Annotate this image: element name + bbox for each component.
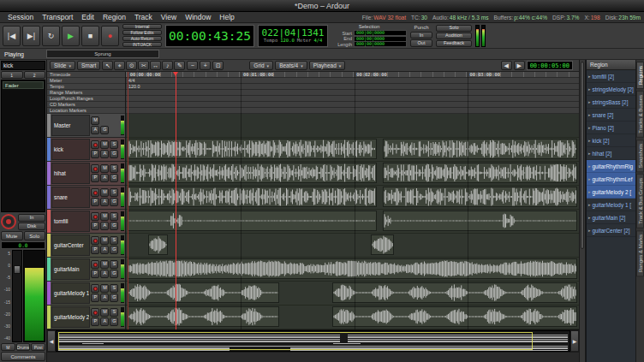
track-name-button[interactable]: snare [51,187,90,208]
region-list-item[interactable]: ▸guitarMain [2] [587,211,635,224]
shuttle-control[interactable]: Sprung [46,50,159,58]
audio-region[interactable] [383,211,577,231]
audio-region[interactable] [128,258,577,279]
automation-button[interactable]: A [100,246,109,254]
ruler-canvas[interactable]: 00:00:00:0000:01:00:0000:02:00:0000:03:0… [126,72,579,114]
playlist-button[interactable]: P [91,174,99,182]
track-lane-guitarmain[interactable] [126,258,579,282]
feedback-button[interactable]: Feedback [436,40,472,47]
side-tab-snapshots[interactable]: Snapshots [636,139,644,172]
ruler-row-loop-punch-ranges[interactable] [126,96,579,102]
group-button[interactable]: G [110,222,118,230]
mute-button[interactable]: M [100,260,109,269]
track-canvas[interactable]: 00:00:00:0000:01:00:0000:02:00:0000:03:0… [126,72,579,329]
loop-button[interactable]: ↻ [42,26,60,46]
audio-region[interactable] [383,187,577,207]
region-list-item[interactable]: ▸hihat [2] [587,147,635,160]
record-arm-button[interactable] [91,236,99,245]
goto-start-button[interactable]: |◀ [3,26,21,46]
playlist-button[interactable]: P [91,294,99,302]
solo-button[interactable]: S [110,284,118,293]
track-name-button[interactable]: hihat [51,163,90,184]
mute-button[interactable]: M [100,236,109,245]
ruler-label-location-markers[interactable]: Location Markers [47,108,125,114]
record-arm-button[interactable] [91,164,99,173]
menu-track[interactable]: Track [130,13,157,21]
track-name-button[interactable]: Master [51,115,90,136]
menu-view[interactable]: View [157,13,181,21]
region-list-item[interactable]: ▸guitarRhythmLef [587,173,635,186]
region-list-item[interactable]: ▸tomfill [2] [587,70,635,83]
master-mute-button[interactable]: M [91,116,99,125]
selection-length-clock[interactable]: 000|00|0000 [354,41,407,47]
strip-io-button-1[interactable]: 1 [1,71,23,79]
option-auto-return-button[interactable]: Auto Return [122,36,162,41]
group-button[interactable]: G [110,174,118,182]
audition-tool[interactable]: ♪ [162,61,173,70]
nudge-forward-button[interactable]: ▶ [514,61,525,70]
audio-region[interactable] [128,187,376,207]
track-name-button[interactable]: guitarCenter [51,234,90,256]
solo-button[interactable]: S [110,260,118,269]
region-list-item[interactable]: ▸Piano [2] [587,122,635,134]
secondary-clock[interactable]: 022|04|1341 Tempo 120.0 Meter 4/4 [258,25,328,47]
mute-button[interactable]: M [100,188,109,197]
menu-window[interactable]: Window [181,13,215,21]
grab-tool[interactable]: ↖ [102,61,113,70]
fader-handle[interactable] [14,265,21,274]
stop-button[interactable]: ■ [81,26,99,46]
strip-solo-button[interactable]: Solo [24,231,46,240]
automation-button[interactable]: A [100,317,109,326]
side-tab-regions[interactable]: Regions [636,62,644,89]
summary-scroll-right-button[interactable]: ▶ [570,330,579,352]
menu-transport[interactable]: Transport [38,13,77,21]
draw-tool[interactable]: ✎ [174,61,185,70]
group-button[interactable]: G [110,317,118,326]
processor-box[interactable]: Fader [1,80,45,212]
track-name-button[interactable]: guitarMelody 1 [51,282,90,304]
record-button[interactable]: ● [101,26,119,46]
group-button[interactable]: G [110,294,118,302]
automation-button[interactable]: A [100,174,109,182]
ruler-row-timecode[interactable]: 00:00:00:0000:01:00:0000:02:00:0000:03:0… [126,72,579,78]
ruler-label-timecode[interactable]: Timecode [47,72,125,78]
smart-mode-button[interactable]: Smart [77,61,100,70]
region-list-item[interactable]: ▸guitarMelody 1 [ [587,199,635,211]
audio-region[interactable] [128,163,376,183]
automation-button[interactable]: A [100,198,109,206]
sync-source-button[interactable]: INT/JACK [122,42,162,47]
track-lane-guitarmelody-1[interactable] [126,282,579,306]
strip-record-button[interactable] [1,214,16,229]
zoom-tool[interactable]: ⊙ [126,61,137,70]
audio-region[interactable] [332,282,577,303]
track-name-button[interactable]: guitarMain [51,258,90,280]
solo-button[interactable]: S [110,212,118,221]
summary-view-rectangle[interactable] [58,332,533,350]
ruler-label-meter[interactable]: Meter [47,78,125,84]
playlist-button[interactable]: P [91,198,99,206]
record-arm-button[interactable] [91,188,99,197]
audio-region[interactable] [128,211,376,231]
nudge-clock[interactable]: 00:00:05:00 [527,61,573,70]
solo-button[interactable]: S [110,236,118,245]
ruler-row-location-markers[interactable] [126,108,579,114]
record-arm-button[interactable] [91,212,99,221]
track-lane-kick[interactable] [126,138,579,162]
edit-point-dropdown[interactable]: Playhead [309,61,346,70]
playhead[interactable] [176,72,176,329]
playlist-button[interactable]: P [91,222,99,230]
audio-region[interactable] [383,139,577,159]
goto-end-button[interactable]: ▶| [22,26,40,46]
track-lane-guitarcenter[interactable] [126,234,579,258]
mute-button[interactable]: M [100,308,109,317]
snap-mode-dropdown[interactable]: Grid [249,61,273,70]
menu-region[interactable]: Region [98,13,130,21]
side-tab-ranges-marks[interactable]: Ranges & Marks [636,230,644,276]
region-list-item[interactable]: ▸stringsMelody [2] [587,83,635,96]
ruler-row-range-markers[interactable] [126,90,579,96]
ruler-row-meter[interactable]: 4/4 [126,78,579,84]
region-list-item[interactable]: ▸guitarRhythmRig [587,160,635,173]
automation-button[interactable]: A [100,150,109,158]
side-tab-tracks-busses[interactable]: Tracks & Busses [636,91,644,138]
play-button[interactable]: ▶ [62,26,80,46]
